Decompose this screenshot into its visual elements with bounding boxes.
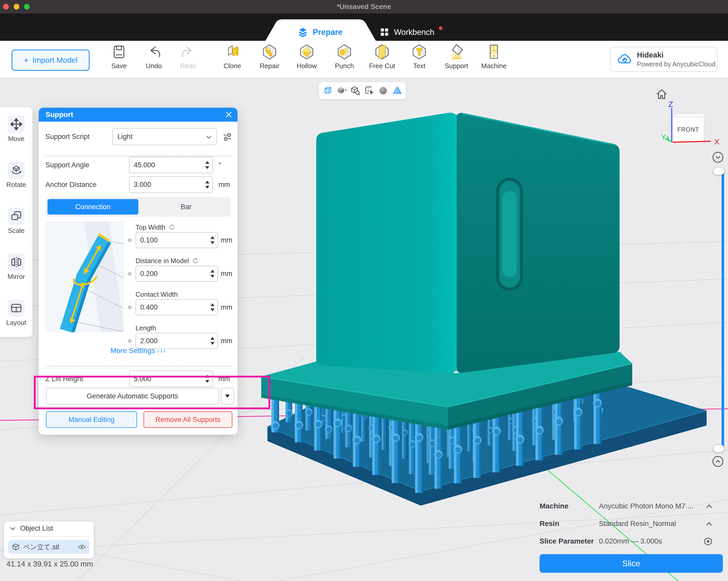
support-illustration: [46, 221, 124, 332]
clip-slider-handle-bottom[interactable]: [713, 445, 724, 452]
model-dimensions: 41.14 x 39.91 x 25.00 mm: [6, 560, 93, 569]
view-cube[interactable]: Z FRONT X Y: [657, 98, 724, 152]
angle-unit: °: [218, 157, 221, 173]
model-pen-holder[interactable]: [316, 112, 620, 373]
slice-parameter-label: Slice Parameter: [540, 537, 594, 546]
account-card[interactable]: Hideaki Powered by AnycubicCloud: [610, 47, 718, 72]
connector-dot: [128, 238, 132, 242]
sidebar-item-layout[interactable]: Layout: [0, 300, 32, 327]
chevron-up-icon[interactable]: [705, 504, 713, 510]
object-list-item[interactable]: ペン立て.stl: [8, 540, 89, 554]
save-button[interactable]: Save: [102, 43, 136, 70]
tab-workbench[interactable]: Workbench: [380, 24, 442, 41]
visibility-eye-icon[interactable]: [78, 543, 86, 551]
repair-icon: [261, 44, 278, 60]
cloud-icon: [616, 51, 632, 68]
script-settings-icon[interactable]: [223, 132, 232, 142]
remove-all-supports-button[interactable]: Remove All Supports: [144, 411, 232, 428]
redo-icon: [180, 44, 196, 60]
resin-label: Resin: [540, 520, 559, 528]
manual-editing-button[interactable]: Manual Editing: [46, 411, 137, 428]
cube-search-icon: [350, 86, 360, 96]
material-sphere-button[interactable]: [378, 85, 389, 96]
support-angle-input[interactable]: 45.000: [129, 157, 213, 173]
perspective-view-button[interactable]: [322, 85, 334, 96]
spinner[interactable]: [205, 181, 209, 189]
reset-icon[interactable]: [168, 224, 175, 231]
punch-button[interactable]: Punch: [328, 43, 361, 70]
tab-bar[interactable]: Bar: [144, 197, 229, 217]
machine-button[interactable]: Machine: [477, 43, 511, 70]
redo-button[interactable]: Redo: [172, 43, 205, 70]
layers-icon: [298, 27, 308, 37]
striped-prism-icon: [392, 86, 402, 96]
hollow-button[interactable]: Hollow: [290, 43, 323, 70]
object-list-header[interactable]: Object List: [9, 525, 53, 532]
divider: [46, 366, 231, 367]
info-select-icon: [365, 86, 374, 96]
chevron-up-icon: [715, 458, 721, 464]
free-cut-button[interactable]: Free Cut: [365, 43, 399, 70]
window-title: *Unsaved Scene: [0, 0, 728, 14]
sidebar-item-scale[interactable]: Scale: [0, 208, 32, 235]
slice-parameter-row: Slice Parameter 0.020mm — 3.000s: [540, 537, 723, 548]
account-subtitle: Powered by AnycubicCloud: [637, 60, 716, 68]
spinner[interactable]: [210, 303, 214, 311]
support-icon: [448, 44, 465, 60]
divider: [8, 536, 89, 537]
shading-mode-button[interactable]: [336, 85, 347, 96]
chevron-up-icon[interactable]: [705, 521, 713, 527]
model-info-button[interactable]: [364, 85, 375, 96]
close-icon[interactable]: [225, 111, 232, 118]
tab-prepare[interactable]: Prepare: [261, 24, 380, 41]
slice-settings-nut-icon[interactable]: [704, 537, 712, 546]
clip-slider-handle-top[interactable]: [713, 167, 724, 175]
clip-expand-button[interactable]: [712, 456, 723, 467]
solid-cube-icon: [337, 86, 347, 96]
top-width-input[interactable]: 0.100: [135, 232, 218, 248]
sidebar-item-rotate[interactable]: Rotate: [0, 162, 32, 189]
clip-slider-track[interactable]: [722, 172, 724, 448]
contact-width-input[interactable]: 0.400: [135, 299, 218, 315]
tab-connection[interactable]: Connection: [48, 199, 138, 214]
connector-dot: [128, 305, 132, 309]
support-type-tabs: Connection Bar: [46, 197, 231, 217]
spinner[interactable]: [210, 270, 214, 278]
anchor-distance-input[interactable]: 3.000: [129, 176, 213, 193]
clip-collapse-button[interactable]: [712, 152, 723, 163]
slice-preview-button[interactable]: [391, 85, 402, 96]
chevron-down-icon: [206, 134, 212, 141]
chevron-down-icon: [715, 154, 721, 160]
spinner[interactable]: [205, 161, 209, 169]
support-button[interactable]: Support: [440, 43, 473, 70]
distance-in-model-input[interactable]: 0.200: [135, 266, 218, 282]
sidebar-item-mirror[interactable]: Mirror: [0, 254, 32, 281]
clone-button[interactable]: Clone: [215, 43, 249, 70]
reset-icon[interactable]: [192, 257, 199, 264]
support-script-select[interactable]: Light: [112, 128, 217, 145]
import-model-label: Import Model: [32, 56, 77, 65]
import-model-button[interactable]: + Import Model: [11, 50, 89, 71]
tab-prepare-label: Prepare: [313, 28, 342, 37]
divider: [46, 156, 231, 156]
viewport-toolbar: [319, 82, 406, 99]
more-settings-arrows: ›››: [157, 347, 166, 355]
spinner[interactable]: [210, 236, 214, 244]
save-icon: [111, 44, 127, 60]
zoom-to-model-button[interactable]: [350, 85, 361, 96]
repair-button[interactable]: Repair: [253, 43, 286, 70]
undo-icon: [146, 44, 162, 60]
undo-button[interactable]: Undo: [137, 43, 171, 70]
spinner[interactable]: [210, 337, 214, 345]
machine-icon: [486, 44, 502, 60]
slice-button[interactable]: Slice: [540, 554, 723, 573]
sidebar-item-move[interactable]: Move: [0, 116, 32, 143]
more-settings-link[interactable]: More Settings ›››: [39, 347, 237, 355]
workbench-grid-icon: [380, 28, 389, 37]
resin-row: Resin Standard Resin_Normal: [540, 520, 723, 530]
chevron-down-icon: [9, 525, 16, 532]
contact-width-label: Contact Width: [135, 290, 178, 299]
text-button[interactable]: Text: [402, 43, 436, 70]
highlight-annotation: [34, 376, 270, 409]
axis-y-label: Y: [661, 133, 666, 141]
